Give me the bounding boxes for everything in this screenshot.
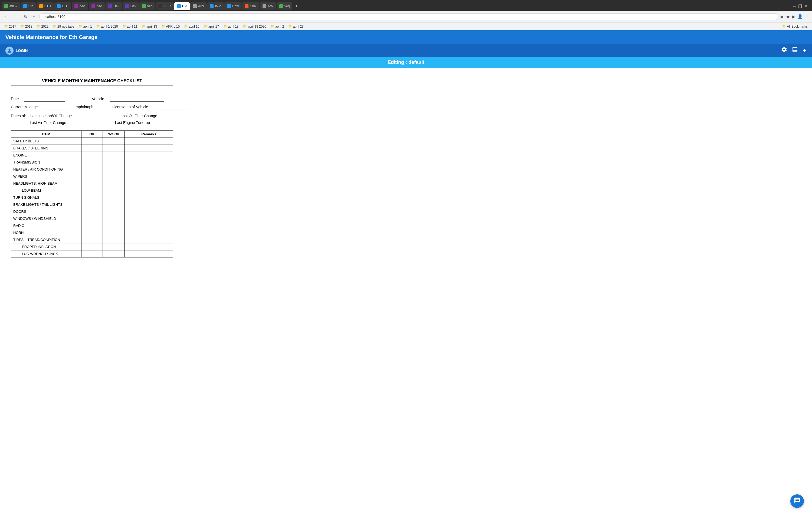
notok-cell[interactable] [103, 236, 124, 243]
bookmark-star-icon[interactable]: ★ [786, 14, 790, 19]
notok-cell[interactable] [103, 159, 124, 166]
ok-cell[interactable] [81, 229, 103, 236]
ok-cell[interactable] [81, 251, 103, 257]
notok-cell[interactable] [103, 138, 124, 145]
tab-dev3[interactable]: Dev [106, 2, 122, 10]
bookmark-april-2[interactable]: 📁april 2 [269, 24, 286, 29]
remarks-cell[interactable] [124, 145, 173, 152]
ok-cell[interactable] [81, 187, 103, 194]
add-icon[interactable]: + [803, 46, 807, 55]
close-button[interactable]: ✕ [804, 4, 808, 9]
address-bar[interactable]: localhost:8100 [39, 13, 778, 20]
license-input[interactable] [153, 105, 191, 109]
settings-icon[interactable] [781, 46, 787, 55]
remarks-cell[interactable] [124, 229, 173, 236]
screen-cast-icon[interactable]: ▶ [781, 14, 784, 19]
restore-button[interactable]: ❐ [798, 4, 802, 9]
remarks-cell[interactable] [124, 243, 173, 251]
ok-cell[interactable] [81, 145, 103, 152]
bookmark-april-15[interactable]: 📁APRIL 15 [160, 24, 181, 29]
ok-cell[interactable] [81, 180, 103, 187]
remarks-cell[interactable] [124, 180, 173, 187]
login-button[interactable]: LOGIN [5, 47, 28, 55]
tab-zkr[interactable]: ZK R [156, 2, 174, 10]
tab-veg2[interactable]: veg [277, 2, 292, 10]
ok-cell[interactable] [81, 173, 103, 180]
vehicle-input[interactable] [110, 97, 164, 102]
remarks-cell[interactable] [124, 166, 173, 173]
ok-cell[interactable] [81, 166, 103, 173]
notok-cell[interactable] [103, 166, 124, 173]
notok-cell[interactable] [103, 251, 124, 257]
bookmark-april-23[interactable]: 📁april 23 [287, 24, 305, 29]
bookmark-april-16[interactable]: 📁april 16 [182, 24, 201, 29]
remarks-cell[interactable] [124, 201, 173, 208]
tab-veg1[interactable]: veg [139, 2, 155, 10]
ok-cell[interactable] [81, 243, 103, 251]
remarks-cell[interactable] [124, 152, 173, 159]
mileage-input[interactable] [43, 105, 70, 109]
last-oil-filter-input[interactable] [160, 114, 187, 118]
ok-cell[interactable] [81, 236, 103, 243]
bookmark-april-13[interactable]: 📁april 13 [140, 24, 158, 29]
bookmark-2022[interactable]: 📁2022 [35, 24, 50, 29]
remarks-cell[interactable] [124, 208, 173, 215]
ok-cell[interactable] [81, 138, 103, 145]
profile-icon[interactable]: 👤 [798, 14, 803, 19]
bookmark-april-1[interactable]: 📁april 1 [77, 24, 94, 29]
bookmark-april-18-2020[interactable]: 📁april 18 2020 [241, 24, 268, 29]
remarks-cell[interactable] [124, 215, 173, 222]
tab-how[interactable]: How [224, 2, 241, 10]
notok-cell[interactable] [103, 222, 124, 229]
inbox-icon[interactable] [792, 46, 798, 55]
notok-cell[interactable] [103, 152, 124, 159]
home-button[interactable]: ⌂ [31, 13, 37, 20]
last-lube-input[interactable] [75, 114, 107, 118]
bookmark-29-nov-tabs[interactable]: 📁29 nov tabs [51, 24, 76, 29]
remarks-cell[interactable] [124, 251, 173, 257]
ok-cell[interactable] [81, 159, 103, 166]
ok-cell[interactable] [81, 201, 103, 208]
notok-cell[interactable] [103, 180, 124, 187]
minimize-button[interactable]: ─ [793, 4, 796, 9]
tab-eth[interactable]: Eth [21, 2, 36, 10]
notok-cell[interactable] [103, 173, 124, 180]
bookmarks-more-button[interactable]: » [307, 24, 312, 29]
tab-eth2[interactable]: ETH [36, 2, 54, 10]
notok-cell[interactable] [103, 229, 124, 236]
tab-active[interactable]: I ✕ [174, 2, 190, 10]
date-input[interactable] [24, 97, 65, 102]
bookmark-april-18[interactable]: 📁april 18 [222, 24, 240, 29]
tab-invo[interactable]: Invo [207, 2, 224, 10]
bookmark-april-1-2020[interactable]: 📁april 1 2020 [95, 24, 120, 29]
remarks-cell[interactable] [124, 159, 173, 166]
notok-cell[interactable] [103, 215, 124, 222]
new-tab-button[interactable]: + [293, 3, 300, 9]
tab-dev2[interactable]: dev. [89, 2, 105, 10]
ok-cell[interactable] [81, 222, 103, 229]
notok-cell[interactable] [103, 243, 124, 251]
remarks-cell[interactable] [124, 138, 173, 145]
tab-close-icon[interactable]: ✕ [184, 5, 187, 8]
tab-arbi2[interactable]: Arbi [260, 2, 276, 10]
remarks-cell[interactable] [124, 194, 173, 201]
extensions-icon[interactable]: ▶ [792, 14, 795, 19]
notok-cell[interactable] [103, 208, 124, 215]
remarks-cell[interactable] [124, 222, 173, 229]
bookmark-2017[interactable]: 📁2017 [3, 24, 18, 29]
bookmark-april-11[interactable]: 📁april 11 [121, 24, 139, 29]
remarks-cell[interactable] [124, 173, 173, 180]
ok-cell[interactable] [81, 194, 103, 201]
notok-cell[interactable] [103, 187, 124, 194]
last-engine-tuneup-input[interactable] [153, 121, 180, 125]
last-air-filter-input[interactable] [69, 121, 102, 125]
notok-cell[interactable] [103, 145, 124, 152]
tab-chai[interactable]: Chai [242, 2, 259, 10]
tab-eth3[interactable]: ETH [54, 2, 71, 10]
menu-icon[interactable]: ⋮ [805, 14, 809, 19]
back-button[interactable]: ← [3, 13, 10, 20]
notok-cell[interactable] [103, 201, 124, 208]
notok-cell[interactable] [103, 194, 124, 201]
forward-button[interactable]: → [12, 13, 20, 20]
tab-dev4[interactable]: Dev [123, 2, 139, 10]
